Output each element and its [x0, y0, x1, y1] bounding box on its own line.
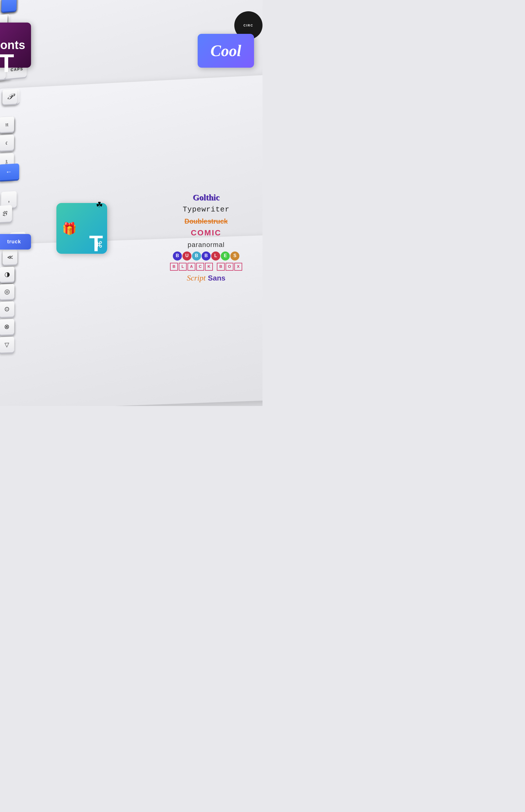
bubble-B3: B — [201, 252, 211, 260]
teal-cmd: ⌘ — [94, 240, 103, 250]
box-K: K — [205, 263, 213, 271]
gkey-n[interactable]: 𝔫 — [0, 117, 14, 132]
box-C: C — [196, 263, 204, 271]
teal-badge: ☘ T 🎁 ⌘ — [56, 203, 107, 254]
truck-badge: truck — [0, 234, 31, 250]
box-A: A — [188, 263, 195, 271]
bubble-B2: B — [192, 252, 201, 260]
sym-key-half[interactable]: ◑ — [0, 267, 14, 282]
key-enter2[interactable]: ← — [0, 164, 19, 180]
bubble-B1: B — [173, 252, 182, 260]
truck-text: truck — [7, 239, 21, 245]
bubble-L: L — [211, 252, 220, 260]
font-names-panel: Golthic Typewriter Doublestruck COMIC pa… — [152, 192, 260, 283]
font-bubbles[interactable]: B U B B L E S — [173, 252, 239, 260]
cool-text: Cool — [211, 42, 241, 60]
sym-key-ring[interactable]: ◎ — [0, 284, 14, 299]
fonts-t-letter: T — [0, 51, 14, 76]
font-paranormal[interactable]: paranormal — [188, 240, 224, 249]
sym-row-5: ✪ △ • ⊗ — [0, 310, 262, 319]
circ-text: CIRC — [244, 24, 254, 27]
sym-key-tri2[interactable]: ▽ — [0, 337, 14, 353]
fonts-badge: onts T — [0, 22, 31, 67]
box-space — [214, 263, 216, 271]
box-O: O — [226, 263, 234, 271]
bubbles-letters-container: B U B B L E S — [173, 252, 239, 260]
key-blue-right[interactable] — [1, 0, 17, 12]
key-B-script[interactable]: 𝔅 — [0, 205, 12, 222]
gkey-c[interactable]: 𝔠 — [0, 135, 14, 151]
bubble-S: S — [230, 252, 239, 260]
app-page: ≡ q w E r t ɢ ∩ ter q W E F G B . O P A … — [0, 0, 262, 406]
font-blackbox[interactable]: B L A C K B O X — [170, 263, 242, 271]
sym-row-4: ❀ · ⊙ — [0, 292, 262, 302]
key-P-script[interactable]: 𝒫 — [2, 89, 17, 105]
teal-gift-icon: 🎁 — [62, 222, 77, 236]
font-typewriter[interactable]: Typewriter — [183, 205, 229, 214]
box-B2: B — [217, 263, 225, 271]
sym-key-arrow[interactable]: ≪ — [2, 250, 17, 265]
sym-key-target[interactable]: ⊙ — [0, 301, 14, 317]
cool-badge: Cool — [198, 34, 254, 67]
bubble-U: U — [182, 252, 192, 260]
teal-clover: ☘ — [96, 200, 103, 210]
font-comic[interactable]: COMIC — [191, 228, 221, 238]
box-B: B — [170, 263, 178, 271]
sym-key-delete-circle[interactable]: ⊗ — [0, 319, 14, 335]
font-gothic[interactable]: Golthic — [193, 192, 220, 203]
font-doublestruck[interactable]: Doublestruck — [184, 217, 227, 226]
blackbox-letters-container: B L A C K B O X — [170, 263, 242, 271]
sym-row-6: ✦ ▽ — [0, 327, 262, 337]
box-L: L — [179, 263, 187, 271]
box-X: X — [234, 263, 242, 271]
bubble-E: E — [221, 252, 230, 260]
font-script-sans[interactable]: Script Sans — [187, 273, 225, 283]
